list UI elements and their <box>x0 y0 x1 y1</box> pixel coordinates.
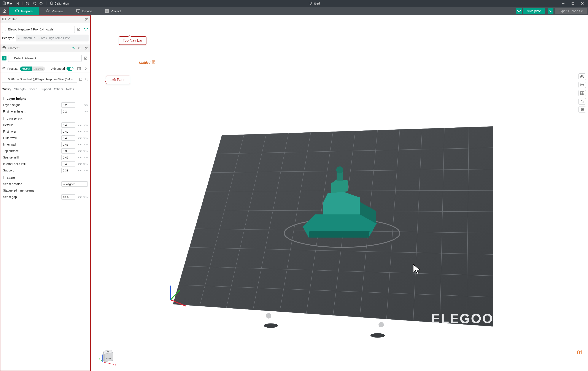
param-group-header[interactable]: Seam <box>3 176 88 179</box>
filament-remove-icon[interactable] <box>77 46 82 51</box>
tab-quality[interactable]: Quality <box>2 86 11 93</box>
param-value-input[interactable]: 0.2 <box>61 102 75 108</box>
param-group-header[interactable]: Layer height <box>3 97 88 100</box>
pill-global[interactable]: Global <box>20 67 32 71</box>
edit-plate-title-icon[interactable] <box>152 61 156 65</box>
settings-tabs: Quality Strength Speed Support Others No… <box>0 86 90 93</box>
edit-printer-icon[interactable] <box>76 27 82 32</box>
filament-select[interactable]: ⌄ Default Filament <box>8 55 82 62</box>
svg-point-161 <box>581 110 582 111</box>
printer-settings-icon[interactable] <box>84 17 89 21</box>
param-checkbox[interactable] <box>72 189 75 192</box>
svg-point-26 <box>3 19 4 20</box>
plate-title-label: Untitled <box>139 61 156 65</box>
document-icon <box>3 1 6 6</box>
bed-type-select[interactable]: ⌄ Smooth PEI Plate / High Temp Plate <box>16 35 89 41</box>
param-value-input[interactable]: 0.45 <box>61 142 75 147</box>
advanced-toggle[interactable] <box>66 67 74 71</box>
chevron-down-icon: ⌄ <box>18 36 20 40</box>
home-button[interactable] <box>0 7 9 15</box>
file-menu[interactable]: File <box>1 1 14 7</box>
filament-section-label: Filament <box>8 46 69 50</box>
tab-prepare[interactable]: Prepare <box>9 7 39 15</box>
arrange-view-button[interactable] <box>578 90 586 96</box>
cube-top-label: Top <box>106 350 110 352</box>
close-button[interactable] <box>578 0 587 7</box>
param-group-header[interactable]: Line width <box>3 117 88 121</box>
settings-parameters[interactable]: Layer heightLayer height0.2mmFirst layer… <box>0 93 90 371</box>
filament-add-icon[interactable] <box>71 46 76 51</box>
tab-others[interactable]: Others <box>54 86 63 93</box>
param-unit: mm or % <box>75 169 88 172</box>
cube-front-label: Front <box>106 357 111 359</box>
param-value-input[interactable]: 10% <box>61 194 75 200</box>
separator <box>46 1 46 5</box>
save-preset-icon[interactable] <box>79 77 83 82</box>
edit-filament-icon[interactable] <box>83 56 89 61</box>
param-value-input[interactable]: 0.38 <box>61 148 75 154</box>
minimize-button[interactable] <box>559 0 568 7</box>
svg-rect-52 <box>79 67 81 70</box>
param-select[interactable]: ⌄Aligned <box>61 181 88 186</box>
iso-view-button[interactable] <box>578 73 586 80</box>
svg-point-135 <box>266 313 271 319</box>
tab-device[interactable]: Device <box>70 7 99 15</box>
axis-y-label: Y <box>98 358 100 360</box>
maximize-button[interactable] <box>568 0 578 7</box>
export-gcode-button[interactable]: Export G-code file <box>555 8 587 14</box>
annotation-left-panel: Left Panel <box>106 76 130 84</box>
export-dropdown[interactable] <box>548 8 553 14</box>
wifi-icon[interactable] <box>83 27 89 32</box>
undo-button[interactable] <box>31 1 38 6</box>
tab-project[interactable]: Project <box>99 7 127 15</box>
viewport-3d[interactable]: ELEGOO Untitled <box>92 15 588 371</box>
svg-rect-14 <box>572 2 574 5</box>
process-scope-pill[interactable]: Global Objects <box>20 67 45 71</box>
svg-point-133 <box>264 323 278 328</box>
printer-select[interactable]: ⌄ Elegoo Neptune 4 Pro (0.4 nozzle) <box>2 26 75 33</box>
svg-point-159 <box>581 108 582 109</box>
param-value-input[interactable]: 0.45 <box>61 161 75 166</box>
param-value-input[interactable]: 0.45 <box>61 155 75 160</box>
orientation-cube[interactable]: Top Front Z Y X <box>99 349 118 368</box>
list-icon <box>105 9 109 13</box>
pill-objects[interactable]: Objects <box>32 67 45 71</box>
filament-color-chip[interactable]: 1 <box>2 56 7 61</box>
calibration-menu[interactable]: Calibration <box>48 1 71 7</box>
filament-settings-icon[interactable] <box>84 46 89 51</box>
param-value-input[interactable]: 0.42 <box>61 129 75 134</box>
svg-rect-8 <box>51 2 53 4</box>
param-row: First layer0.42mm or % <box>3 128 88 135</box>
param-value-input[interactable]: 0.4 <box>61 123 75 128</box>
camera-view-button[interactable]: A <box>578 82 586 88</box>
clipboard-button[interactable] <box>14 1 21 6</box>
compare-settings-icon[interactable] <box>76 66 82 71</box>
plate-title-text: Untitled <box>139 61 150 64</box>
slice-plate-button[interactable]: Slice plate <box>523 8 545 14</box>
param-value-input[interactable]: 0.38 <box>61 168 75 173</box>
svg-point-31 <box>85 18 86 19</box>
process-preset-select[interactable]: ⌄ 0.20mm Standard @Elegoo Neptune4Pro (0… <box>2 76 77 83</box>
param-label: Outer wall <box>3 136 61 140</box>
search-preset-icon[interactable] <box>84 77 89 82</box>
lock-view-button[interactable] <box>578 98 586 104</box>
menu-left: File Calibration <box>1 1 71 7</box>
svg-marker-138 <box>309 231 370 237</box>
param-value-input[interactable]: 0.2 <box>61 109 75 114</box>
save-button[interactable] <box>24 1 31 6</box>
group-title: Seam <box>7 176 15 179</box>
tab-speed[interactable]: Speed <box>29 86 37 93</box>
param-unit: mm or % <box>75 137 88 139</box>
redo-button[interactable] <box>38 1 44 6</box>
svg-line-166 <box>101 359 102 362</box>
plate-settings-button[interactable] <box>578 106 586 113</box>
slice-dropdown[interactable] <box>516 8 522 14</box>
expand-process-icon[interactable] <box>83 66 89 71</box>
param-label: Layer height <box>3 103 61 107</box>
separator <box>22 1 22 5</box>
tab-preview[interactable]: Preview <box>39 7 70 15</box>
tab-strength[interactable]: Strength <box>14 86 26 93</box>
param-value-input[interactable]: 0.4 <box>61 135 75 141</box>
tab-support[interactable]: Support <box>40 86 51 93</box>
tab-notes[interactable]: Notes <box>66 86 74 93</box>
